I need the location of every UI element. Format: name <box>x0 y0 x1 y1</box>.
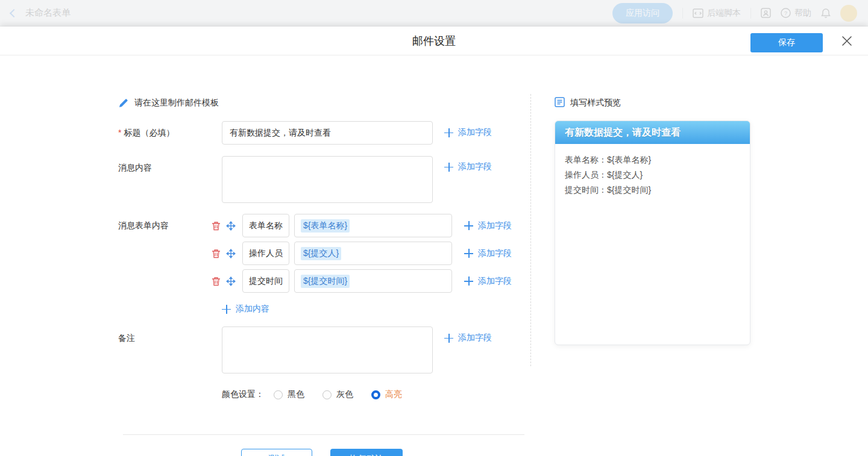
script-button: 后端脚本 <box>693 8 741 19</box>
form-title: 未命名表单 <box>25 7 71 19</box>
question-circle-icon: ? <box>781 8 791 18</box>
preview-line: 操作人员：${提交人} <box>565 167 740 183</box>
required-mark: * <box>118 128 121 137</box>
close-button[interactable] <box>840 34 854 48</box>
trash-icon <box>212 221 221 231</box>
color-setting-row: 颜色设置： 黑色 灰色 高亮 <box>222 389 526 400</box>
field-value-input[interactable]: ${表单名称} <box>294 214 452 237</box>
add-field-link-row[interactable]: 添加字段 <box>464 248 512 259</box>
plus-icon <box>464 221 473 230</box>
modal-title: 邮件设置 <box>0 27 868 55</box>
preview-header-label: 填写样式预览 <box>570 98 621 108</box>
preview-panel: 填写样式预览 有新数据提交，请及时查看 表单名称：${表单名称} 操作人员：${… <box>555 97 750 345</box>
add-field-link-title[interactable]: 添加字段 <box>444 127 492 138</box>
member-card-icon <box>761 8 771 18</box>
restore-default-button[interactable]: 恢复默认 <box>330 449 403 456</box>
help-button: ? 帮助 <box>781 8 811 19</box>
move-icon <box>226 249 236 258</box>
form-content-row: ${表单名称} 添加字段 <box>210 214 512 237</box>
plus-icon <box>464 249 473 258</box>
plus-icon <box>444 163 453 172</box>
email-preview-card: 有新数据提交，请及时查看 表单名称：${表单名称} 操作人员：${提交人} 提交… <box>555 120 750 345</box>
radio-black[interactable]: 黑色 <box>274 389 304 400</box>
remark-field-label: 备注 <box>118 326 222 344</box>
title-field-label: *标题（必填） <box>118 121 222 139</box>
action-buttons: 测试 恢复默认 <box>118 449 526 456</box>
vertical-dashed-divider <box>530 94 531 366</box>
drag-move-handle[interactable] <box>225 248 236 259</box>
preview-line: 提交时间：${提交时间} <box>565 183 740 198</box>
document-icon <box>555 97 565 109</box>
add-content-link[interactable]: 添加内容 <box>222 304 269 314</box>
svg-text:?: ? <box>784 10 787 16</box>
message-field-label: 消息内容 <box>118 156 222 173</box>
delete-row-button[interactable] <box>210 276 221 287</box>
topbar: 未命名表单 应用访问 后端脚本 ? <box>0 0 868 27</box>
preview-card-title: 有新数据提交，请及时查看 <box>555 121 750 144</box>
message-field-row: 消息内容 添加字段 <box>118 156 526 203</box>
preview-card-body: 表单名称：${表单名称} 操作人员：${提交人} 提交时间：${提交时间} <box>555 144 750 206</box>
save-button[interactable]: 保存 <box>750 33 823 52</box>
form-content-section: 消息表单内容 ${表单名称} <box>118 214 526 293</box>
add-field-link-remark[interactable]: 添加字段 <box>444 333 492 343</box>
template-hint: 请在这里制作邮件模板 <box>118 98 526 108</box>
email-settings-modal: 邮件设置 保存 请在这里制作邮件模板 *标题（必填） <box>0 27 868 456</box>
screen: 未命名表单 应用访问 后端脚本 ? <box>0 0 868 456</box>
template-hint-text: 请在这里制作邮件模板 <box>134 98 219 108</box>
add-field-link-row[interactable]: 添加字段 <box>464 220 512 231</box>
trash-icon <box>212 249 221 258</box>
modal-header: 邮件设置 保存 <box>0 27 868 55</box>
radio-highlight[interactable]: 高亮 <box>371 389 402 400</box>
email-template-form: 请在这里制作邮件模板 *标题（必填） 添加字段 消息内容 添加字段 <box>118 98 526 456</box>
add-field-link-message[interactable]: 添加字段 <box>444 161 492 172</box>
back-nav: 未命名表单 <box>11 7 71 19</box>
remark-field-row: 备注 添加字段 <box>118 326 526 373</box>
script-icon <box>693 8 703 18</box>
pencil-icon <box>118 98 128 108</box>
delete-row-button[interactable] <box>210 248 221 259</box>
delete-row-button[interactable] <box>210 220 221 231</box>
radio-icon <box>371 390 380 399</box>
field-value-input[interactable]: ${提交时间} <box>294 269 452 293</box>
plus-icon <box>444 334 453 343</box>
drag-move-handle[interactable] <box>225 220 236 231</box>
divider <box>123 434 524 435</box>
field-key-input[interactable] <box>242 269 289 293</box>
test-button[interactable]: 测试 <box>241 449 312 456</box>
plus-icon <box>444 128 453 137</box>
form-content-label: 消息表单内容 <box>118 214 210 231</box>
chevron-left-icon <box>10 8 18 17</box>
publish-button: 应用访问 <box>612 3 673 23</box>
add-field-link-row[interactable]: 添加字段 <box>464 276 512 287</box>
drag-move-handle[interactable] <box>225 276 236 287</box>
field-token: ${表单名称} <box>301 219 350 233</box>
move-icon <box>226 221 236 231</box>
remark-textarea[interactable] <box>222 326 433 373</box>
form-content-row: ${提交时间} 添加字段 <box>210 269 512 293</box>
bell-icon <box>821 8 831 19</box>
divider <box>682 8 683 19</box>
field-token: ${提交人} <box>301 247 341 260</box>
trash-icon <box>212 276 221 286</box>
avatar <box>840 5 857 22</box>
move-icon <box>226 276 236 286</box>
message-textarea[interactable] <box>222 156 433 203</box>
plus-icon <box>222 305 231 314</box>
radio-gray[interactable]: 灰色 <box>322 389 353 400</box>
radio-icon <box>322 390 332 399</box>
field-key-input[interactable] <box>242 242 289 265</box>
add-content-row: 添加内容 <box>222 304 526 314</box>
plus-icon <box>464 276 473 286</box>
title-field-row: *标题（必填） 添加字段 <box>118 121 526 145</box>
title-input[interactable] <box>222 121 433 145</box>
field-key-input[interactable] <box>242 214 289 237</box>
field-token: ${提交时间} <box>301 275 350 288</box>
close-icon <box>841 36 852 46</box>
divider <box>750 8 751 19</box>
field-value-input[interactable]: ${提交人} <box>294 242 452 265</box>
preview-line: 表单名称：${表单名称} <box>565 152 740 167</box>
radio-icon <box>274 390 283 399</box>
preview-header: 填写样式预览 <box>555 97 750 109</box>
color-setting-label: 颜色设置： <box>222 389 264 400</box>
form-content-row: ${提交人} 添加字段 <box>210 242 512 265</box>
